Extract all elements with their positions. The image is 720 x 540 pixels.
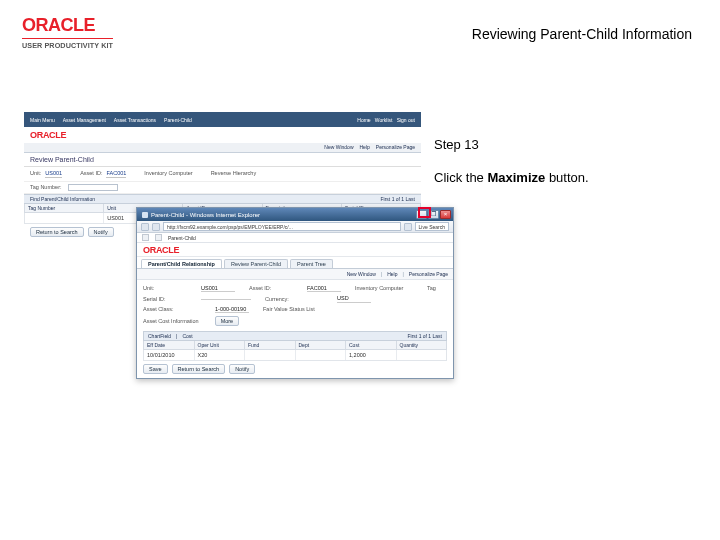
inner-logo-row: ORACLE [137,243,453,257]
grid-tab[interactable]: Cost [182,333,192,339]
oracle-wordmark: ORACLE [22,15,113,36]
instruction-target: Maximize [487,170,545,185]
cell [296,350,347,360]
page-link[interactable]: Personalize Page [409,271,448,277]
section-label: Asset Cost Information [143,318,199,324]
popup-grid-bar: ChartField | Cost First 1 of 1 Last [143,331,447,341]
forward-icon[interactable] [152,223,160,231]
outer-field-row: Unit:US001 Asset ID:FAC001 Inventory Com… [24,167,421,182]
field-value: FAC001 [307,285,341,293]
nav-link[interactable]: Sign out [397,117,415,123]
page-tabs: Parent/Child Relationship Review Parent-… [137,257,453,269]
field-label: Asset ID: [249,285,293,291]
more-button[interactable]: More [215,316,240,326]
nav-item[interactable]: Parent-Child [164,117,192,123]
page-link[interactable]: New Window [347,271,376,277]
address-bar[interactable]: http://fscm92.example.com/psp/ps/EMPLOYE… [163,222,401,231]
outer-page-links: New Window Help Personalize Page [24,143,421,153]
col[interactable]: Eff Date [144,341,195,349]
oracle-wordmark-small: ORACLE [143,245,179,255]
cell: X20 [195,350,246,360]
upk-logo: ORACLE USER PRODUCTIVITY KIT [22,15,113,50]
tab-parent-child-relationship[interactable]: Parent/Child Relationship [141,259,222,268]
app-screenshot: Main Menu Asset Management Asset Transac… [24,112,421,374]
search-box[interactable]: Live Search [415,222,449,231]
col[interactable]: Dept [296,341,347,349]
save-button[interactable]: Save [143,364,168,374]
page-link[interactable]: Personalize Page [376,144,415,152]
outer-field-row2: Tag Number: [24,182,421,194]
close-button[interactable]: × [440,210,451,219]
field-label: Tag Number: [30,184,62,190]
popup-window: Parent-Child - Windows Internet Explorer… [136,207,454,379]
browser-toolbar: http://fscm92.example.com/psp/ps/EMPLOYE… [137,221,453,233]
popup-grid-cols: Eff Date Oper Unit Fund Dept Cost Quanti… [143,341,447,350]
grid-tab[interactable]: ChartField [148,333,171,339]
browser-tabbar: Parent-Child [137,233,453,243]
step-instruction: Click the Maximize button. [434,170,589,185]
back-icon[interactable] [141,223,149,231]
maximize-button[interactable]: ❐ [428,210,439,219]
page-link[interactable]: Help [360,144,370,152]
refresh-icon[interactable] [404,223,412,231]
popup-titlebar[interactable]: Parent-Child - Windows Internet Explorer… [137,208,453,221]
popup-body: Unit: US001 Asset ID: FAC001 Inventory C… [137,280,453,378]
outer-top-nav: Main Menu Asset Management Asset Transac… [24,112,421,127]
grid-title: Find Parent/Child Information [30,196,95,202]
instruction-prefix: Click the [434,170,487,185]
field-value: 1-000-00190 [215,306,249,314]
field-label: Unit: [30,170,41,178]
window-icon [142,212,148,218]
col[interactable]: Fund [245,341,296,349]
field-value: US001 [45,170,62,178]
nav-link[interactable]: Home [357,117,370,123]
field-label: Asset Class: [143,306,201,312]
field-label: Inventory Computer [144,170,192,178]
nav-item[interactable]: Asset Management [63,117,106,123]
col[interactable]: Quantity [397,341,447,349]
favorites-icon[interactable] [142,234,149,241]
notify-button[interactable]: Notify [88,227,114,237]
col[interactable]: Tag Number [25,204,104,212]
field-label: Inventory Computer [355,285,413,291]
return-to-search-button[interactable]: Return to Search [30,227,84,237]
col[interactable]: Oper Unit [195,341,246,349]
nav-link[interactable]: Worklist [375,117,393,123]
field-value: FAC001 [106,170,126,178]
field-value: US001 [201,285,235,293]
outer-grid-header: Find Parent/Child Information First 1 of… [24,194,421,204]
page-title: Reviewing Parent-Child Information [472,26,692,42]
field-value [201,298,251,300]
window-title: Parent-Child - Windows Internet Explorer [151,212,260,218]
page-link[interactable]: New Window [324,144,353,152]
step-label: Step 13 [434,137,479,152]
grid-pager[interactable]: First 1 of 1 Last [408,333,442,339]
field-label: Fair Value Status List [263,306,321,312]
browser-tab[interactable]: Parent-Child [168,235,196,241]
field-label: Asset ID: [80,170,102,178]
tag-input[interactable] [68,184,118,191]
tab-parent-tree[interactable]: Parent Tree [290,259,333,268]
return-to-search-button[interactable]: Return to Search [172,364,226,374]
col[interactable]: Cost [346,341,397,349]
popup-grid-row[interactable]: 10/01/2010 X20 1,2000 [143,350,447,361]
tab-icon [155,234,162,241]
oracle-wordmark-small: ORACLE [30,130,66,140]
logo-divider [22,38,113,39]
field-label: Reverse Hierarchy [211,170,257,178]
outer-logo-row: ORACLE [24,127,421,143]
tab-review-parent-child[interactable]: Review Parent-Child [224,259,288,268]
nav-item[interactable]: Asset Transactions [114,117,156,123]
grid-pager[interactable]: First 1 of 1 Last [381,196,415,202]
nav-item[interactable]: Main Menu [30,117,55,123]
cell: 1,2000 [346,350,397,360]
cell [245,350,296,360]
instruction-suffix: button. [545,170,588,185]
field-label: Currency: [265,296,323,302]
minimize-button[interactable]: _ [416,210,427,219]
field-label: Tag [427,285,471,291]
popup-button-row: Save Return to Search Notify [143,361,447,375]
notify-button[interactable]: Notify [229,364,255,374]
outer-page-header: Review Parent-Child [24,153,421,167]
page-link[interactable]: Help [387,271,397,277]
